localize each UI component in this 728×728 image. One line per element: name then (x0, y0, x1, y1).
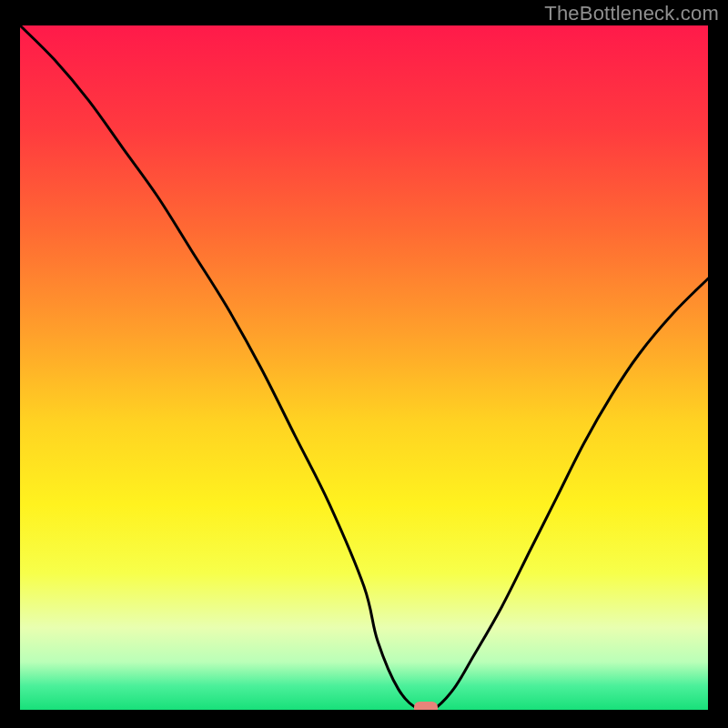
gradient-background (20, 25, 708, 710)
chart-svg (20, 25, 708, 710)
chart-frame: TheBottleneck.com (0, 0, 728, 728)
watermark-text: TheBottleneck.com (544, 2, 719, 25)
optimum-marker (414, 702, 438, 710)
chart-plot-area (20, 25, 708, 710)
